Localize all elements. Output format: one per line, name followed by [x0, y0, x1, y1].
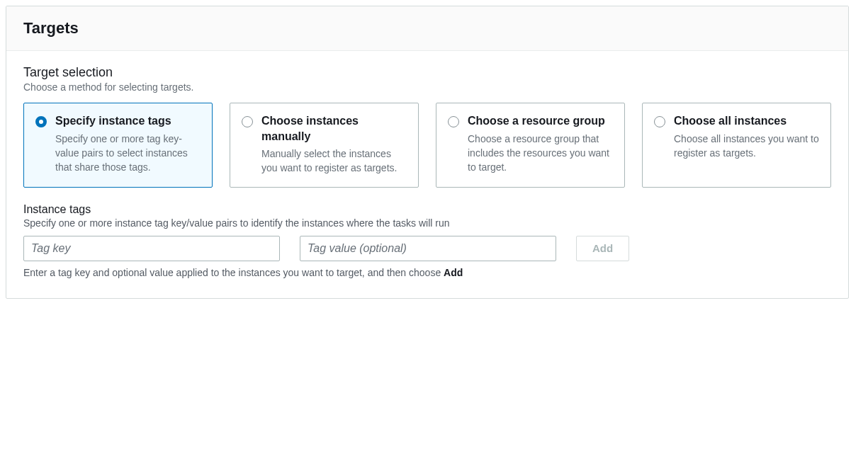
tile-specify-instance-tags[interactable]: Specify instance tags Specify one or mor… [23, 103, 213, 188]
tile-description: Specify one or more tag key-value pairs … [55, 132, 201, 175]
tile-content: Choose a resource group Choose a resourc… [468, 113, 613, 174]
target-selection-title: Target selection [23, 65, 831, 80]
target-selection-description: Choose a method for selecting targets. [23, 81, 831, 93]
target-selection-tiles: Specify instance tags Specify one or mor… [23, 103, 831, 188]
helper-bold: Add [444, 267, 463, 278]
tile-description: Choose a resource group that includes th… [468, 132, 613, 175]
targets-panel: Targets Target selection Choose a method… [6, 6, 849, 299]
radio-icon [654, 116, 665, 127]
instance-tags-title: Instance tags [23, 203, 831, 216]
tag-helper-text: Enter a tag key and optional value appli… [23, 267, 831, 278]
tile-title: Choose instances manually [261, 113, 407, 144]
tile-choose-resource-group[interactable]: Choose a resource group Choose a resourc… [436, 103, 625, 188]
tile-content: Choose all instances Choose all instance… [674, 113, 819, 160]
tag-input-row: Add [23, 236, 831, 261]
tile-title: Choose a resource group [468, 113, 613, 129]
tile-description: Choose all instances you want to registe… [674, 132, 819, 161]
radio-icon [35, 116, 47, 127]
tag-key-input[interactable] [23, 236, 280, 261]
tile-content: Specify instance tags Specify one or mor… [55, 113, 201, 174]
panel-header: Targets [6, 6, 848, 51]
add-button[interactable]: Add [576, 236, 629, 261]
helper-prefix: Enter a tag key and optional value appli… [23, 267, 444, 278]
instance-tags-description: Specify one or more instance tag key/val… [23, 217, 831, 229]
panel-title: Targets [23, 19, 831, 38]
radio-icon [448, 116, 459, 127]
tile-choose-instances-manually[interactable]: Choose instances manually Manually selec… [230, 103, 419, 188]
tile-content: Choose instances manually Manually selec… [261, 113, 407, 176]
tile-description: Manually select the instances you want t… [261, 147, 407, 176]
tag-value-input[interactable] [300, 236, 556, 261]
tile-choose-all-instances[interactable]: Choose all instances Choose all instance… [642, 103, 831, 188]
panel-body: Target selection Choose a method for sel… [6, 51, 848, 298]
tile-title: Choose all instances [674, 113, 819, 129]
radio-icon [242, 116, 253, 127]
tile-title: Specify instance tags [55, 113, 201, 129]
